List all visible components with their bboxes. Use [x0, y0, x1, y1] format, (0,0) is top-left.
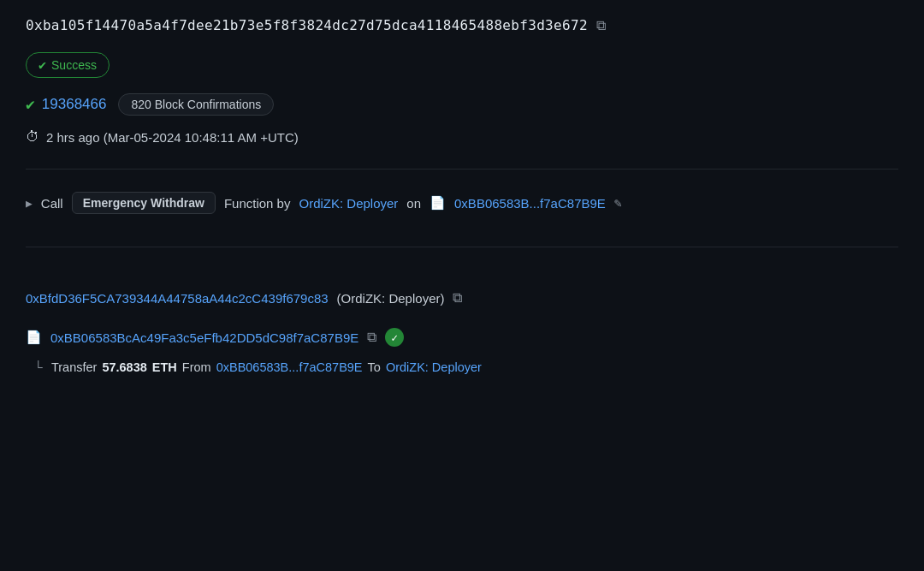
function-by-text: Function by [224, 196, 291, 211]
eth-amount: 57.6838 [102, 360, 146, 374]
tx-hash-row: 0xba105f14470a5a4f7dee21b73e5f8f3824dc27… [26, 17, 898, 37]
triangle-icon: ▶ [26, 197, 33, 210]
time-row: ⏱ 2 hrs ago (Mar-05-2024 10:48:11 AM +UT… [26, 129, 898, 145]
confirmations-badge: 820 Block Confirmations [118, 93, 274, 116]
status-row: ✔ Success [26, 52, 898, 78]
caller-link[interactable]: OrdiZK: Deployer [299, 196, 398, 211]
to-contract-icon: 📄 [26, 330, 42, 345]
from-address-link[interactable]: 0xBfdD36F5CA739344A44758aA44c2cC439f679c… [26, 291, 329, 306]
section-divider [26, 247, 898, 247]
to-address-link[interactable]: 0xBB06583BcAc49Fa3c5eFfb42DD5dC98f7aC87B… [50, 330, 358, 345]
from-address-row: 0xBfdD36F5CA739344A44758aA44c2cC439f679c… [26, 290, 898, 306]
transfer-label: Transfer [51, 360, 97, 374]
block-check-icon: ✔ [26, 95, 35, 114]
call-label: Call [41, 196, 63, 211]
to-section: 📄 0xBB06583BcAc49Fa3c5eFfb42DD5dC98f7aC8… [26, 328, 898, 347]
call-row: ▶ Call Emergency Withdraw Function by Or… [26, 185, 898, 221]
transfer-row: └ Transfer 57.6838 ETH From 0xBB06583B..… [26, 360, 898, 374]
transfer-to-text: To [368, 360, 381, 374]
transfer-from-text: From [182, 360, 211, 374]
eth-symbol: ETH [152, 360, 177, 374]
to-address-row: 📄 0xBB06583BcAc49Fa3c5eFfb42DD5dC98f7aC8… [26, 328, 898, 347]
l-symbol: └ [34, 360, 43, 374]
block-number-value: 19368466 [42, 96, 107, 113]
function-badge: Emergency Withdraw [72, 192, 216, 214]
block-row: ✔ 19368466 820 Block Confirmations [26, 93, 898, 116]
transfer-from-addr[interactable]: 0xBB06583B...f7aC87B9E [216, 360, 363, 374]
function-name: Emergency Withdraw [83, 196, 204, 210]
contract-icon: 📄 [429, 195, 446, 211]
block-number[interactable]: ✔ 19368466 [26, 95, 106, 114]
divider-1 [26, 169, 898, 170]
to-verified-icon: ✓ [385, 328, 404, 347]
from-label: (OrdiZK: Deployer) [337, 291, 445, 306]
copy-hash-icon[interactable]: ⧉ [596, 18, 606, 33]
clock-icon: ⏱ [26, 129, 39, 145]
copy-to-icon[interactable]: ⧉ [367, 330, 376, 345]
edit-icon[interactable]: ✎ [614, 195, 622, 211]
status-badge: ✔ Success [26, 52, 110, 78]
status-text: Success [51, 58, 97, 72]
success-check-icon: ✔ [38, 57, 46, 73]
tx-hash: 0xba105f14470a5a4f7dee21b73e5f8f3824dc27… [26, 17, 588, 33]
confirmations-text: 820 Block Confirmations [131, 98, 261, 111]
transfer-to-label[interactable]: OrdiZK: Deployer [386, 360, 482, 374]
time-text: 2 hrs ago (Mar-05-2024 10:48:11 AM +UTC) [46, 130, 299, 145]
main-container: 0xba105f14470a5a4f7dee21b73e5f8f3824dc27… [0, 0, 924, 391]
contract-address-link[interactable]: 0xBB06583B...f7aC87B9E [454, 196, 606, 211]
from-section: 0xBfdD36F5CA739344A44758aA44c2cC439f679c… [26, 273, 898, 328]
on-text: on [406, 196, 421, 211]
copy-from-icon[interactable]: ⧉ [453, 290, 462, 306]
